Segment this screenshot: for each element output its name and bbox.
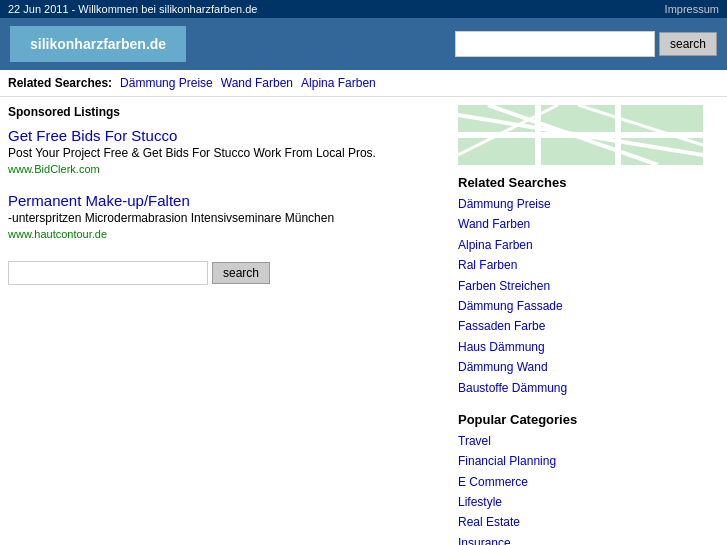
sponsored-label: Sponsored Listings: [8, 105, 442, 119]
related-link-1[interactable]: Dämmung Preise: [120, 76, 213, 90]
related-searches-label: Related Searches:: [8, 76, 112, 90]
right-related-1[interactable]: Dämmung Preise: [458, 194, 702, 214]
related-link-3[interactable]: Alpina Farben: [301, 76, 376, 90]
map-image: [458, 105, 703, 165]
ad-url-1: www.BidClerk.com: [8, 162, 442, 176]
top-bar: 22 Jun 2011 - Willkommen bei silikonharz…: [0, 0, 727, 18]
right-popular-links: Travel Financial Planning E Commerce Lif…: [458, 431, 702, 545]
ad-link-2[interactable]: Permanent Make-up/Falten: [8, 192, 190, 209]
right-related-7[interactable]: Fassaden Farbe: [458, 316, 702, 336]
ad-url-link-2[interactable]: www.hautcontour.de: [8, 228, 107, 240]
header-search-form: search: [455, 31, 717, 57]
popular-link-4[interactable]: Lifestyle: [458, 492, 702, 512]
right-related-10[interactable]: Baustoffe Dämmung: [458, 378, 702, 398]
ad-block-2: Permanent Make-up/Falten -unterspritzen …: [8, 192, 442, 241]
header: silikonharzfarben.de search: [0, 18, 727, 70]
right-related-8[interactable]: Haus Dämmung: [458, 337, 702, 357]
ad-title-2: Permanent Make-up/Falten: [8, 192, 442, 209]
bottom-search-form: search: [8, 261, 442, 285]
main-content: Sponsored Listings Get Free Bids For Stu…: [0, 97, 727, 545]
ad-url-link-1[interactable]: www.BidClerk.com: [8, 163, 100, 175]
right-related-6[interactable]: Dämmung Fassade: [458, 296, 702, 316]
logo: silikonharzfarben.de: [10, 26, 186, 62]
bottom-search-input[interactable]: [8, 261, 208, 285]
right-related-title: Related Searches: [458, 175, 702, 190]
related-link-2[interactable]: Wand Farben: [221, 76, 293, 90]
popular-link-3[interactable]: E Commerce: [458, 472, 702, 492]
popular-link-2[interactable]: Financial Planning: [458, 451, 702, 471]
bottom-search-button[interactable]: search: [212, 262, 270, 284]
date-text: 22 Jun 2011 - Willkommen bei silikonharz…: [8, 3, 257, 15]
right-popular-title: Popular Categories: [458, 412, 702, 427]
right-related-4[interactable]: Ral Farben: [458, 255, 702, 275]
left-column: Sponsored Listings Get Free Bids For Stu…: [0, 97, 450, 545]
right-related-3[interactable]: Alpina Farben: [458, 235, 702, 255]
right-related-5[interactable]: Farben Streichen: [458, 276, 702, 296]
search-button[interactable]: search: [659, 32, 717, 56]
ad-link-1[interactable]: Get Free Bids For Stucco: [8, 127, 177, 144]
related-searches-bar: Related Searches: Dämmung Preise Wand Fa…: [0, 70, 727, 97]
ad-desc-1: Post Your Project Free & Get Bids For St…: [8, 146, 442, 160]
impressum-link[interactable]: Impressum: [665, 3, 719, 15]
ad-block-1: Get Free Bids For Stucco Post Your Proje…: [8, 127, 442, 176]
popular-link-6[interactable]: Insurance: [458, 533, 702, 545]
popular-link-1[interactable]: Travel: [458, 431, 702, 451]
ad-url-2: www.hautcontour.de: [8, 227, 442, 241]
ad-title-1: Get Free Bids For Stucco: [8, 127, 442, 144]
search-input[interactable]: [455, 31, 655, 57]
popular-link-5[interactable]: Real Estate: [458, 512, 702, 532]
right-related-2[interactable]: Wand Farben: [458, 214, 702, 234]
right-related-9[interactable]: Dämmung Wand: [458, 357, 702, 377]
right-related-links: Dämmung Preise Wand Farben Alpina Farben…: [458, 194, 702, 398]
ad-desc-2: -unterspritzen Microdermabrasion Intensi…: [8, 211, 442, 225]
right-column: Related Searches Dämmung Preise Wand Far…: [450, 97, 710, 545]
